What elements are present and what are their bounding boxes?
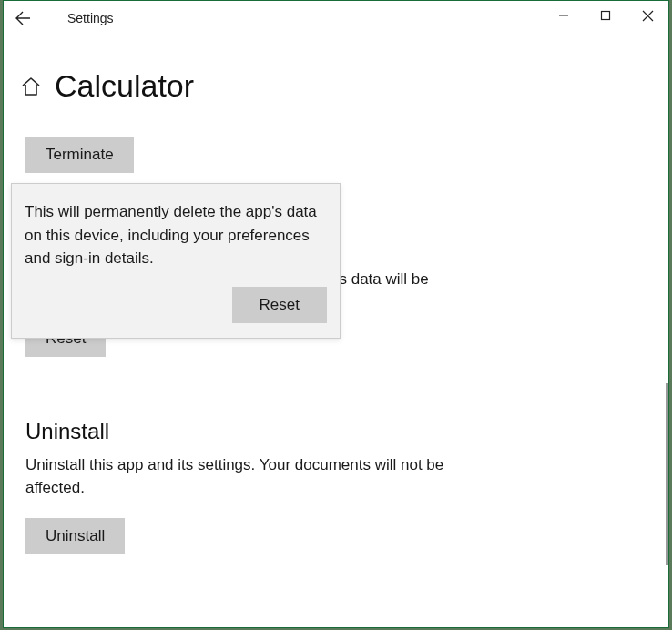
minimize-button[interactable]: [543, 1, 585, 30]
page-header: Calculator: [20, 68, 668, 104]
maximize-button[interactable]: [585, 1, 626, 30]
titlebar: Settings: [4, 1, 668, 36]
uninstall-button[interactable]: Uninstall: [25, 518, 125, 554]
minimize-icon: [558, 10, 569, 21]
page-title: Calculator: [55, 68, 194, 104]
flyout-reset-confirm-button[interactable]: Reset: [232, 287, 327, 323]
back-arrow-icon: [15, 10, 31, 26]
close-icon: [642, 10, 654, 22]
close-button[interactable]: [626, 1, 668, 30]
terminate-button[interactable]: Terminate: [25, 137, 134, 173]
uninstall-heading: Uninstall: [25, 419, 647, 444]
flyout-message: This will permanently delete the app's d…: [25, 200, 327, 270]
flyout-actions: Reset: [25, 287, 327, 323]
uninstall-description: Uninstall this app and its settings. You…: [25, 453, 499, 500]
scrollbar-thumb[interactable]: [666, 383, 668, 565]
window-title: Settings: [67, 11, 114, 25]
back-button[interactable]: [4, 1, 42, 36]
settings-window: Settings Calculator Terminate If this ap…: [3, 0, 669, 628]
svg-rect-1: [602, 12, 610, 20]
window-controls: [543, 1, 668, 30]
reset-confirm-flyout: This will permanently delete the app's d…: [11, 183, 341, 339]
home-icon[interactable]: [20, 76, 42, 97]
maximize-icon: [600, 10, 611, 21]
